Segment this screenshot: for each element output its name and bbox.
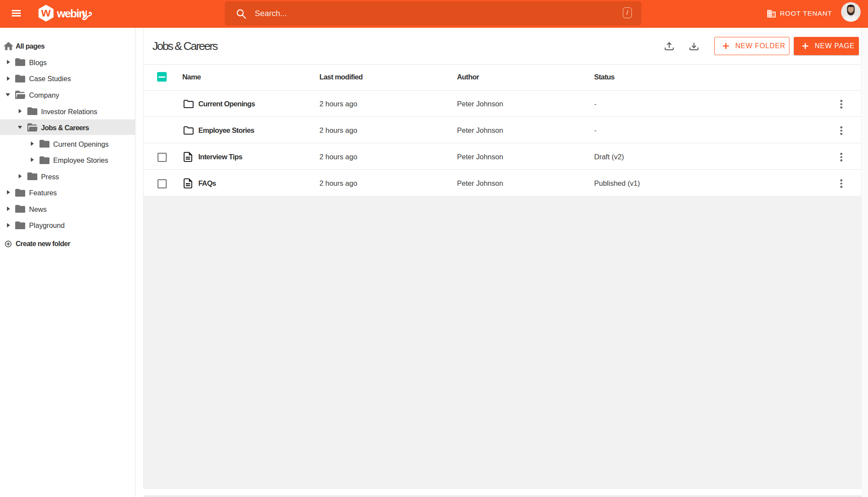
svg-text:webin: webin xyxy=(56,7,85,20)
svg-text:w: w xyxy=(41,6,51,19)
